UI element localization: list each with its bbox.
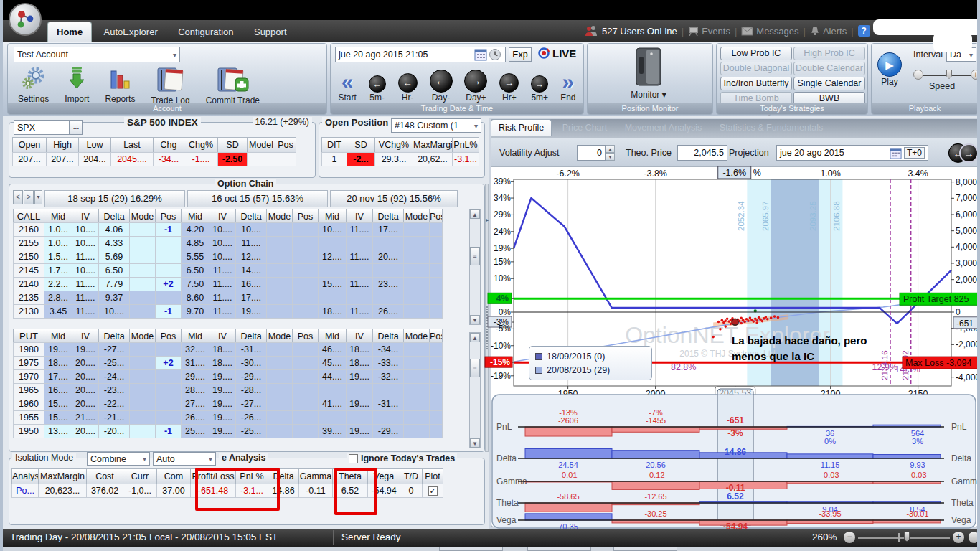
chain-cell[interactable]: 19.... xyxy=(209,424,236,438)
chain-cell[interactable]: -1 xyxy=(155,424,182,438)
chain-cell[interactable]: 20.... xyxy=(72,424,99,438)
chain-cell[interactable]: 11.... xyxy=(346,277,373,291)
chain-cell[interactable] xyxy=(129,369,156,384)
chain-cell[interactable]: 26.... xyxy=(181,410,209,425)
chain-cell[interactable]: 9.37 xyxy=(98,291,130,305)
speed-slider[interactable]: − + xyxy=(913,68,976,81)
chain-cell[interactable] xyxy=(372,291,404,305)
chain-cell[interactable]: 5.55 xyxy=(181,250,209,264)
scroll-thumb[interactable]: ≡ xyxy=(470,247,480,265)
quote-cell[interactable]: 2045.... xyxy=(110,152,154,166)
isolation-auto-dropdown[interactable]: Auto▾ xyxy=(153,452,216,466)
chain-cell[interactable]: -29... xyxy=(235,369,267,384)
time-button-hr[interactable]: →Hr+ xyxy=(499,65,519,103)
calendar-icon[interactable] xyxy=(890,147,902,159)
time-button-day[interactable]: ←Day- xyxy=(430,65,453,103)
chain-cell[interactable]: 15.... xyxy=(44,410,72,425)
chain-cell[interactable] xyxy=(372,410,404,425)
chain-cell[interactable]: 7.79 xyxy=(98,277,130,291)
analysis-cell[interactable]: 20,623... xyxy=(38,484,87,498)
chain-cell[interactable]: -1 xyxy=(155,222,182,237)
tab-price-chart[interactable]: Price Chart xyxy=(555,120,615,136)
chain-cell[interactable]: 19.... xyxy=(72,342,99,357)
chain-cell[interactable]: 10.... xyxy=(98,304,130,319)
chain-cell[interactable] xyxy=(429,304,443,319)
chain-cell[interactable]: 13.... xyxy=(44,424,72,438)
open-position-cell[interactable]: -2... xyxy=(347,152,375,166)
chain-cell[interactable]: 21.... xyxy=(72,410,99,425)
chain-cell[interactable]: 14.... xyxy=(235,263,267,278)
chain-cell[interactable]: 15.... xyxy=(318,277,347,291)
strategy-button-high-prob-ic[interactable]: High Prob IC xyxy=(793,47,865,60)
chain-cell[interactable]: 19.... xyxy=(209,383,236,397)
plot-checkbox[interactable]: ✓ xyxy=(428,486,438,496)
chain-cell[interactable] xyxy=(429,383,443,397)
chain-cell[interactable] xyxy=(318,383,347,397)
chain-cell[interactable]: 19.... xyxy=(346,369,373,384)
chain-cell[interactable] xyxy=(372,383,404,397)
chain-cell[interactable]: 11.... xyxy=(209,263,236,278)
chain-cell[interactable]: 10.... xyxy=(209,222,236,237)
taskbar-button[interactable] xyxy=(439,547,503,551)
chain-cell[interactable]: -30... xyxy=(235,356,267,370)
chain-cell[interactable] xyxy=(429,222,443,237)
chain-cell[interactable] xyxy=(155,291,182,305)
chain-cell[interactable] xyxy=(429,410,443,425)
chain-cell[interactable]: 7.50 xyxy=(181,277,209,291)
chain-cell[interactable]: 11.... xyxy=(235,236,267,250)
chain-cell[interactable]: 2.2... xyxy=(44,277,72,291)
chain-cell[interactable] xyxy=(129,291,156,305)
chain-cell[interactable] xyxy=(292,424,319,438)
chain-cell[interactable]: 23.... xyxy=(372,277,404,291)
chain-cell[interactable]: 27.... xyxy=(181,397,209,411)
quote-cell[interactable]: -1.... xyxy=(184,152,218,166)
symbol-input[interactable]: SPX xyxy=(14,120,70,135)
spinner-arrows[interactable]: ▲ ▼ xyxy=(606,145,615,161)
strategy-button-double-diagonal[interactable]: Double Diagonal xyxy=(720,62,792,75)
chain-cell[interactable]: 11.... xyxy=(346,250,373,264)
chain-cell[interactable] xyxy=(318,263,347,278)
chain-cell[interactable] xyxy=(292,304,319,319)
chain-cell[interactable] xyxy=(292,250,319,264)
chain-cell[interactable]: -1 xyxy=(155,304,182,319)
chain-cell[interactable] xyxy=(429,369,443,384)
chain-cell[interactable] xyxy=(266,369,293,384)
chain-cell[interactable]: 18.... xyxy=(209,342,236,357)
chain-cell[interactable]: 11.... xyxy=(209,291,236,305)
analysis-cell[interactable]: Po... xyxy=(11,484,39,498)
chain-cell[interactable]: 10.... xyxy=(318,222,347,237)
chain-cell[interactable]: 18.... xyxy=(346,342,373,357)
chain-cell[interactable] xyxy=(403,369,430,384)
chain-cell[interactable]: -29... xyxy=(372,424,404,438)
chain-cell[interactable]: 17.... xyxy=(44,369,72,384)
chain-cell[interactable] xyxy=(266,424,293,438)
projection-next-button[interactable]: → xyxy=(959,143,979,163)
taskbar-button[interactable] xyxy=(527,547,591,551)
chain-cell[interactable] xyxy=(129,222,156,237)
strategy-button-single-calendar[interactable]: Single Calendar xyxy=(793,77,865,90)
chain-strike[interactable]: 1970 xyxy=(13,369,44,384)
chain-cell[interactable] xyxy=(266,250,293,264)
chain-cell[interactable] xyxy=(403,356,430,370)
chain-cell[interactable]: 11.... xyxy=(209,277,236,291)
strategy-button-inc-iron-butterfly[interactable]: Inc/Iron Butterfly xyxy=(720,77,792,90)
chain-cell[interactable]: 26.... xyxy=(372,304,404,319)
chain-cell[interactable]: -26... xyxy=(235,410,267,425)
chain-cell[interactable] xyxy=(318,291,347,305)
chain-cell[interactable] xyxy=(129,342,156,357)
chain-cell[interactable] xyxy=(403,397,430,411)
spinner-up-icon[interactable]: ▲ xyxy=(606,145,615,153)
chain-cell[interactable]: -25... xyxy=(235,424,267,438)
expiry-header[interactable]: 20 nov 15 (92) 15.56% xyxy=(330,190,458,207)
tab-home[interactable]: Home xyxy=(47,22,92,42)
chain-cell[interactable]: 6.50 xyxy=(98,263,130,278)
chain-cell[interactable]: 9.70 xyxy=(181,304,209,319)
chain-cell[interactable]: -24... xyxy=(98,369,130,384)
chain-cell[interactable]: 19.... xyxy=(209,410,236,425)
chain-cell[interactable] xyxy=(429,291,443,305)
chain-cell[interactable]: 31.... xyxy=(181,356,209,370)
chain-cell[interactable]: 20.... xyxy=(72,369,99,384)
events-button[interactable]: Events xyxy=(702,26,730,37)
chain-cell[interactable] xyxy=(403,342,430,357)
chain-cell[interactable] xyxy=(403,383,430,397)
